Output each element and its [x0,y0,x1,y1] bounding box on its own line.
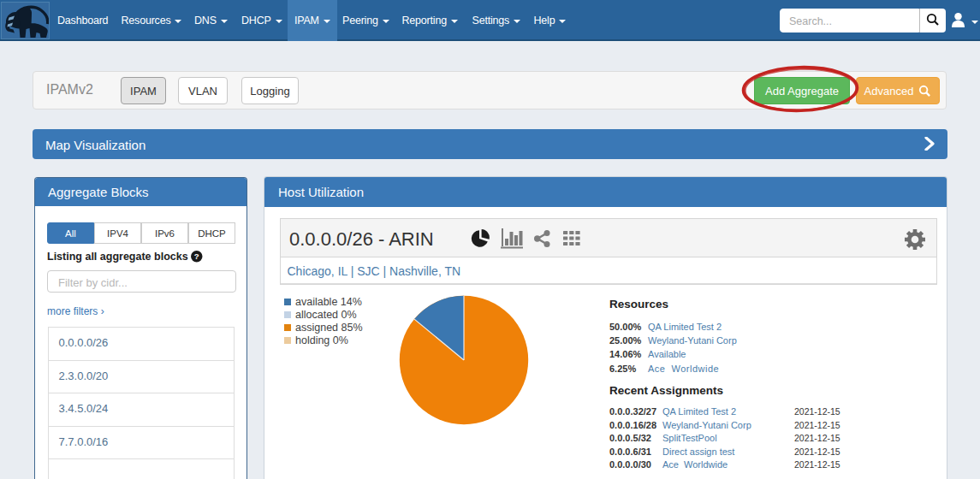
svg-text:?: ? [194,251,199,261]
